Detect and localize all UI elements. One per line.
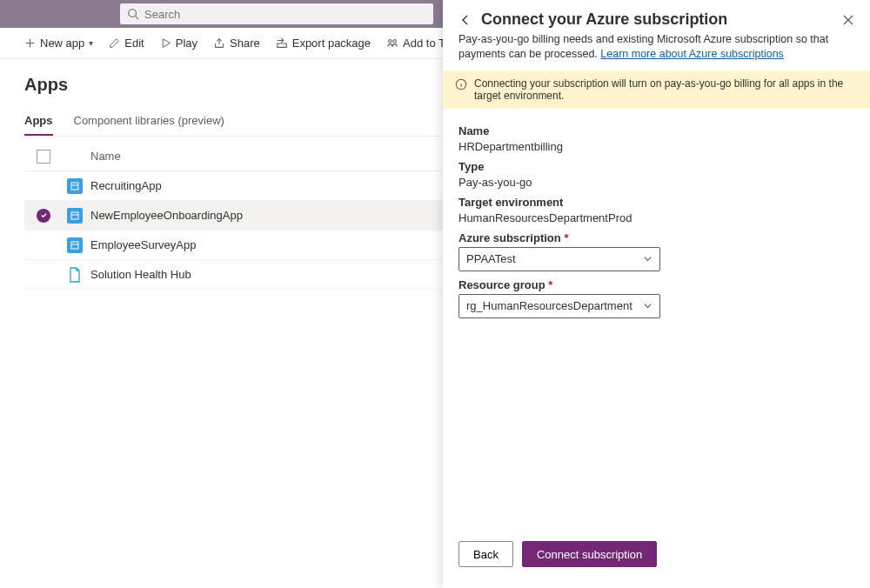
tab-apps[interactable]: Apps <box>24 109 53 136</box>
banner-text: Connecting your subscription will turn o… <box>474 77 858 102</box>
svg-point-6 <box>393 39 397 43</box>
cmd-label: Play <box>176 37 197 50</box>
share-icon <box>213 37 225 50</box>
type-label: Type <box>458 160 854 173</box>
connect-subscription-button[interactable]: Connect subscription <box>522 541 657 567</box>
canvas-app-icon <box>67 208 83 224</box>
connect-azure-panel: Connect your Azure subscription Pay-as-y… <box>443 0 870 588</box>
dropdown-value: PPAATest <box>466 252 516 265</box>
chevron-down-icon: ▾ <box>89 38 93 48</box>
panel-subtitle: Pay-as-you-go billing needs and existing… <box>443 29 870 70</box>
svg-line-1 <box>136 17 139 20</box>
play-button[interactable]: Play <box>160 37 197 50</box>
svg-rect-13 <box>71 242 78 249</box>
svg-rect-11 <box>71 212 78 219</box>
document-icon <box>68 267 82 283</box>
canvas-app-icon <box>67 237 83 253</box>
export-package-button[interactable]: Export package <box>276 37 371 50</box>
column-config[interactable] <box>24 150 63 164</box>
edit-button[interactable]: Edit <box>109 37 144 50</box>
info-icon <box>455 78 467 90</box>
svg-marker-4 <box>163 39 170 48</box>
resource-group-label: Resource group * <box>458 278 854 291</box>
share-button[interactable]: Share <box>213 37 260 50</box>
cmd-label: New app <box>40 37 84 50</box>
panel-title: Connect your Azure subscription <box>481 10 833 29</box>
cmd-label: Export package <box>292 37 371 50</box>
back-arrow-icon[interactable] <box>458 13 472 27</box>
chevron-down-icon <box>643 301 652 311</box>
tab-component-libraries[interactable]: Component libraries (preview) <box>74 109 224 136</box>
new-app-button[interactable]: New app ▾ <box>24 37 93 50</box>
dropdown-value: rg_HumanResourcesDepartment <box>466 299 632 312</box>
name-label: Name <box>458 124 854 137</box>
column-options-icon <box>37 150 50 164</box>
back-button[interactable]: Back <box>458 541 513 567</box>
svg-point-0 <box>129 10 137 17</box>
panel-header: Connect your Azure subscription <box>443 0 870 29</box>
play-icon <box>160 37 171 49</box>
search-input[interactable] <box>144 8 426 21</box>
close-icon[interactable] <box>842 14 854 26</box>
canvas-app-icon <box>67 178 83 194</box>
svg-point-5 <box>389 39 392 43</box>
checkmark-icon <box>37 209 50 223</box>
global-search[interactable] <box>120 3 433 24</box>
cmd-label: Edit <box>124 37 144 50</box>
panel-body: Name HRDepartmentbilling Type Pay-as-you… <box>443 109 870 529</box>
search-icon <box>127 8 139 20</box>
learn-more-link[interactable]: Learn more about Azure subscriptions <box>600 48 784 60</box>
env-value: HumanResourcesDepartmentProd <box>458 211 854 224</box>
type-value: Pay-as-you-go <box>458 176 854 189</box>
cmd-label: Share <box>230 37 260 50</box>
plus-icon <box>24 37 36 49</box>
export-icon <box>276 37 288 50</box>
subscription-label: Azure subscription * <box>458 231 854 244</box>
name-value: HRDepartmentbilling <box>458 140 854 153</box>
chevron-down-icon <box>643 254 652 264</box>
azure-subscription-dropdown[interactable]: PPAATest <box>458 247 660 271</box>
svg-rect-9 <box>71 183 78 190</box>
panel-footer: Back Connect subscription <box>443 529 870 588</box>
resource-group-dropdown[interactable]: rg_HumanResourcesDepartment <box>458 294 660 318</box>
pencil-icon <box>109 37 120 49</box>
env-label: Target environment <box>458 196 854 209</box>
info-banner: Connecting your subscription will turn o… <box>443 70 870 109</box>
teams-icon <box>386 37 398 50</box>
